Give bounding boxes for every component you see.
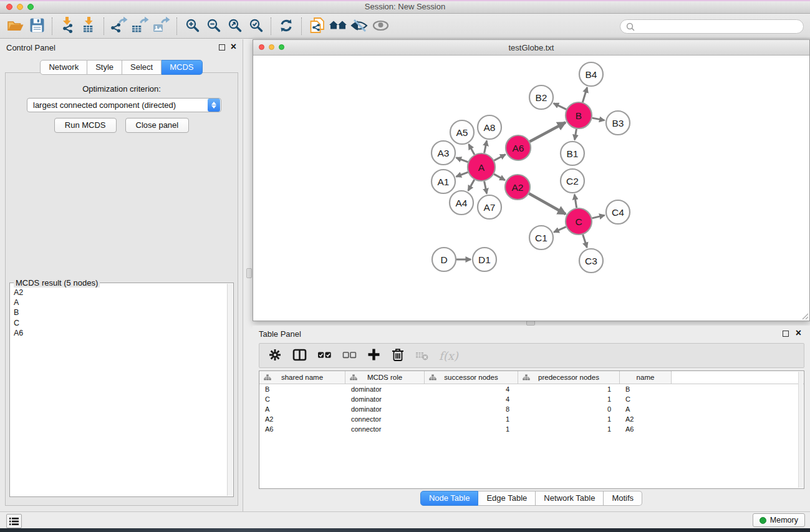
table-cell[interactable]: A [620, 404, 672, 414]
edge-B-B4[interactable] [582, 87, 587, 102]
table-row[interactable]: A2connector11A2 [259, 414, 804, 424]
mcds-result-item[interactable]: A2 [14, 288, 226, 297]
edge-A-A7[interactable] [485, 181, 487, 194]
float-table-panel-icon[interactable] [783, 331, 789, 337]
open-file-button[interactable] [5, 16, 26, 36]
save-button[interactable] [26, 16, 47, 36]
edge-C-C3[interactable] [583, 235, 587, 248]
column-header-MCDS-role[interactable]: MCDS role [345, 371, 425, 384]
column-header-predecessor-nodes[interactable]: predecessor nodes [518, 371, 620, 384]
table-cell[interactable]: 4 [425, 384, 518, 394]
refresh-button[interactable] [276, 16, 297, 36]
edge-A-A2[interactable] [494, 174, 505, 180]
table-cell[interactable]: B [259, 384, 345, 394]
duplicate-network-button[interactable] [306, 16, 327, 36]
show-details-button[interactable] [370, 16, 391, 36]
table-row[interactable]: Adominator80A [259, 404, 804, 414]
task-history-button[interactable] [6, 514, 22, 528]
first-neighbors-button[interactable] [327, 16, 349, 36]
resize-corner-icon[interactable] [801, 312, 809, 320]
tab-style[interactable]: Style [87, 60, 122, 75]
table-cell[interactable]: C [259, 394, 345, 404]
table-cell[interactable]: A6 [259, 424, 345, 434]
table-cell[interactable]: connector [345, 424, 425, 434]
table-row[interactable]: A6connector11A6 [259, 424, 804, 434]
horizontal-splitter-grip[interactable] [526, 321, 535, 326]
memory-button[interactable]: Memory [753, 513, 805, 527]
table-row[interactable]: Cdominator41C [259, 394, 804, 404]
zoom-fit-button[interactable] [224, 16, 245, 36]
table-cell[interactable]: 1 [518, 424, 620, 434]
edge-C-C2[interactable] [574, 195, 576, 208]
deselect-all-checks-button[interactable] [342, 348, 357, 364]
tab-network[interactable]: Network [40, 60, 87, 75]
table-cell[interactable]: dominator [345, 404, 425, 414]
table-cell[interactable]: A2 [259, 414, 345, 424]
table-cell[interactable]: dominator [345, 384, 425, 394]
table-cell[interactable]: 8 [425, 404, 518, 414]
edge-B-B1[interactable] [575, 129, 577, 140]
search-field[interactable] [620, 19, 804, 34]
mcds-result-item[interactable]: A6 [14, 328, 226, 338]
table-cell[interactable]: 0 [518, 404, 620, 414]
network-window-titlebar[interactable]: testGlobe.txt [253, 40, 809, 56]
import-network-button[interactable] [57, 16, 78, 36]
vertical-splitter-grip[interactable] [246, 268, 252, 278]
tab-select[interactable]: Select [122, 60, 162, 75]
table-cell[interactable]: 1 [425, 424, 518, 434]
table-tab-motifs[interactable]: Motifs [604, 491, 642, 506]
tab-mcds[interactable]: MCDS [162, 60, 202, 75]
search-input[interactable] [635, 22, 803, 31]
float-panel-icon[interactable] [219, 44, 225, 51]
close-panel-button[interactable]: Close panel [125, 118, 190, 133]
edge-A-A5[interactable] [469, 144, 475, 155]
mcds-result-item[interactable]: B [14, 307, 226, 317]
edge-B-B2[interactable] [554, 104, 566, 110]
table-tab-edge-table[interactable]: Edge Table [478, 491, 536, 506]
edge-B-B3[interactable] [592, 118, 605, 120]
table-scrollbar[interactable] [798, 372, 803, 488]
table-tab-network-table[interactable]: Network Table [536, 491, 604, 506]
column-header-shared-name[interactable]: shared name [259, 371, 345, 384]
edge-C-C1[interactable] [554, 227, 566, 233]
mcds-result-item[interactable]: A [14, 297, 226, 307]
zoom-selected-button[interactable] [245, 16, 266, 36]
edge-A-A8[interactable] [485, 141, 487, 153]
result-scrollbar[interactable] [227, 284, 233, 496]
edge-A-A6[interactable] [494, 155, 505, 161]
edge-C-C4[interactable] [592, 215, 604, 218]
close-table-panel-icon[interactable]: × [796, 327, 801, 339]
table-cell[interactable]: 4 [425, 394, 518, 404]
import-table-button[interactable] [78, 16, 99, 36]
network-graph[interactable]: AA1A2A3A4A5A6A7A8BB1B2B3B4CC1C2C3C4DD1 [253, 56, 809, 321]
zoom-in-button[interactable] [181, 16, 203, 36]
edge-A2-C[interactable] [529, 193, 566, 214]
table-cell[interactable]: A6 [620, 424, 672, 434]
hide-details-button[interactable] [349, 16, 370, 36]
table-cell[interactable]: 1 [518, 394, 620, 404]
table-cell[interactable]: C [620, 394, 672, 404]
edge-A-A3[interactable] [456, 158, 468, 162]
table-cell[interactable]: 1 [518, 384, 620, 394]
column-header-successor-nodes[interactable]: successor nodes [425, 371, 518, 384]
network-canvas[interactable]: AA1A2A3A4A5A6A7A8BB1B2B3B4CC1C2C3C4DD1 [253, 56, 809, 321]
table-tab-node-table[interactable]: Node Table [420, 491, 479, 506]
edge-A-A4[interactable] [468, 180, 475, 191]
edge-A-A1[interactable] [456, 172, 468, 177]
optimization-criterion-select[interactable]: largest connected component (directed) [27, 98, 221, 112]
export-image-button[interactable] [151, 16, 172, 36]
table-cell[interactable]: 1 [518, 414, 620, 424]
table-cell[interactable]: A2 [620, 414, 672, 424]
table-cell[interactable]: dominator [345, 394, 425, 404]
show-columns-button[interactable] [292, 348, 307, 364]
select-all-checks-button[interactable] [317, 348, 332, 364]
export-table-button[interactable] [130, 16, 151, 36]
run-mcds-button[interactable]: Run MCDS [54, 118, 117, 133]
table-cell[interactable]: 1 [425, 414, 518, 424]
mcds-result-item[interactable]: C [14, 318, 226, 328]
table-cell[interactable]: B [620, 384, 672, 394]
column-settings-button[interactable] [268, 348, 282, 364]
edge-A6-B[interactable] [530, 122, 566, 142]
table-row[interactable]: Bdominator41B [259, 384, 804, 394]
delete-column-button[interactable] [391, 347, 405, 364]
